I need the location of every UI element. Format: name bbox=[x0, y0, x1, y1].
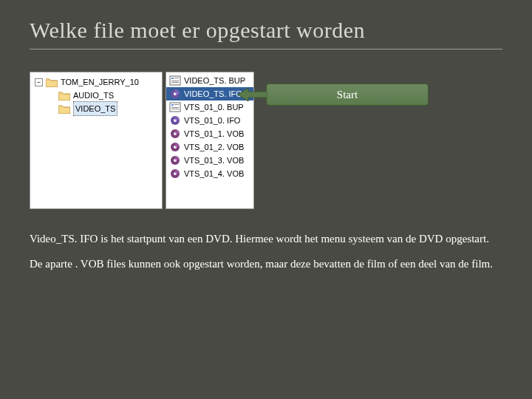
body-text: Video_TS. IFO is het startpunt van een D… bbox=[30, 231, 502, 272]
paragraph: Video_TS. IFO is het startpunt van een D… bbox=[30, 231, 502, 246]
file-row[interactable]: VTS_01_1. VOB bbox=[166, 127, 253, 140]
tree-label: TOM_EN_JERRY_10 bbox=[61, 75, 139, 89]
ifo-file-icon bbox=[169, 89, 181, 99]
file-name: VTS_01_0. IFO bbox=[184, 114, 240, 127]
vob-file-icon bbox=[169, 155, 181, 166]
file-name: VIDEO_TS. IFO bbox=[184, 87, 242, 100]
file-row[interactable]: VIDEO_TS. BUP bbox=[166, 74, 253, 87]
tree-row-child[interactable]: AUDIO_TS bbox=[30, 89, 162, 102]
start-callout: Start bbox=[266, 83, 429, 209]
file-name: VTS_01_4. VOB bbox=[184, 167, 244, 180]
tree-row-root[interactable]: − TOM_EN_JERRY_10 bbox=[30, 75, 162, 89]
vob-file-icon bbox=[169, 142, 181, 152]
arrow-left-icon bbox=[238, 86, 267, 103]
file-name: VTS_01_1. VOB bbox=[184, 127, 244, 140]
vob-file-icon bbox=[169, 168, 181, 179]
tree-label-selected: VIDEO_TS bbox=[73, 101, 117, 116]
tree-row-child[interactable]: VIDEO_TS bbox=[30, 102, 162, 115]
slide-title: Welke file moet er opgestart worden bbox=[30, 18, 502, 43]
bup-file-icon bbox=[169, 75, 181, 86]
folder-tree-panel: − TOM_EN_JERRY_10 AUDIO_TS VIDEO_TS bbox=[30, 72, 163, 209]
file-row[interactable]: VTS_01_0. IFO bbox=[166, 114, 253, 127]
folder-icon bbox=[46, 78, 58, 87]
file-row[interactable]: VTS_01_3. VOB bbox=[166, 154, 253, 167]
vob-file-icon bbox=[169, 129, 181, 139]
file-name: VTS_01_3. VOB bbox=[184, 154, 244, 167]
callout-label: Start bbox=[337, 89, 358, 101]
folder-icon bbox=[58, 104, 70, 114]
folder-icon bbox=[58, 91, 70, 100]
file-name: VTS_01_2. VOB bbox=[184, 140, 244, 154]
file-name: VTS_01_0. BUP bbox=[184, 100, 244, 114]
bup-file-icon bbox=[169, 102, 181, 112]
callout-box: Start bbox=[266, 83, 429, 106]
paragraph: De aparte . VOB files kunnen ook opgesta… bbox=[30, 256, 502, 271]
file-row[interactable]: VTS_01_4. VOB bbox=[166, 167, 253, 180]
tree-label: AUDIO_TS bbox=[73, 89, 114, 102]
title-underline bbox=[30, 49, 502, 50]
file-row[interactable]: VTS_01_2. VOB bbox=[166, 140, 253, 154]
ifo-file-icon bbox=[169, 115, 181, 126]
minus-expander-icon[interactable]: − bbox=[35, 78, 43, 86]
explorer-area: − TOM_EN_JERRY_10 AUDIO_TS VIDEO_TS VIDE… bbox=[30, 72, 502, 209]
svg-marker-9 bbox=[238, 88, 267, 101]
file-name: VIDEO_TS. BUP bbox=[184, 74, 245, 87]
